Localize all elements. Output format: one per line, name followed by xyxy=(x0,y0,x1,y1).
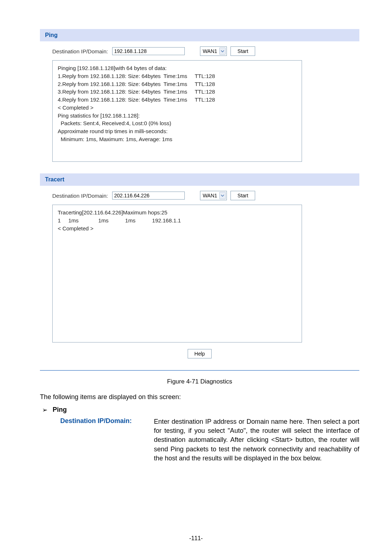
ping-header: Ping xyxy=(40,29,359,41)
bullet-icon: ➢ xyxy=(42,407,48,413)
tracert-panel: Tracert Destination IP/Domain: WAN1 Star… xyxy=(40,173,359,361)
ping-panel: Ping Destination IP/Domain: WAN1 Start P… xyxy=(40,29,359,165)
tracert-results-box: Tracerting[202.116.64.226]Maximum hops:2… xyxy=(52,205,302,342)
figure-caption: Figure 4-71 Diagnostics xyxy=(40,378,359,385)
tracert-dest-input[interactable] xyxy=(112,192,185,200)
tracert-header: Tracert xyxy=(40,173,359,186)
tracert-wan-selected: WAN1 xyxy=(203,193,217,198)
ping-dest-label: Destination IP/Domain: xyxy=(52,48,108,54)
page-number: -111- xyxy=(0,535,392,542)
ping-start-button[interactable]: Start xyxy=(230,46,255,56)
tracert-start-button[interactable]: Start xyxy=(230,191,255,200)
ping-wan-select[interactable]: WAN1 xyxy=(200,46,227,56)
ping-def-desc: Enter destination IP address or Domain n… xyxy=(154,417,359,463)
divider xyxy=(40,370,359,371)
ping-wan-selected: WAN1 xyxy=(203,48,217,54)
tracert-dest-label: Destination IP/Domain: xyxy=(52,193,108,199)
ping-dest-input[interactable] xyxy=(112,47,185,55)
ping-section-heading: ➢ Ping xyxy=(42,406,359,414)
ping-definition-row: Destination IP/Domain: Enter destination… xyxy=(60,417,359,463)
ping-section-label: Ping xyxy=(53,406,67,414)
chevron-down-icon xyxy=(219,192,226,199)
ping-def-term: Destination IP/Domain: xyxy=(60,417,144,425)
tracert-wan-select[interactable]: WAN1 xyxy=(200,191,227,200)
ping-controls: Destination IP/Domain: WAN1 Start xyxy=(52,46,347,56)
ping-results-box: Pinging [192.168.1.128]with 64 bytes of … xyxy=(52,60,302,162)
chevron-down-icon xyxy=(219,48,226,55)
intro-text: The following items are displayed on thi… xyxy=(40,393,359,401)
tracert-controls: Destination IP/Domain: WAN1 Start xyxy=(52,191,347,200)
help-button[interactable]: Help xyxy=(188,349,212,358)
